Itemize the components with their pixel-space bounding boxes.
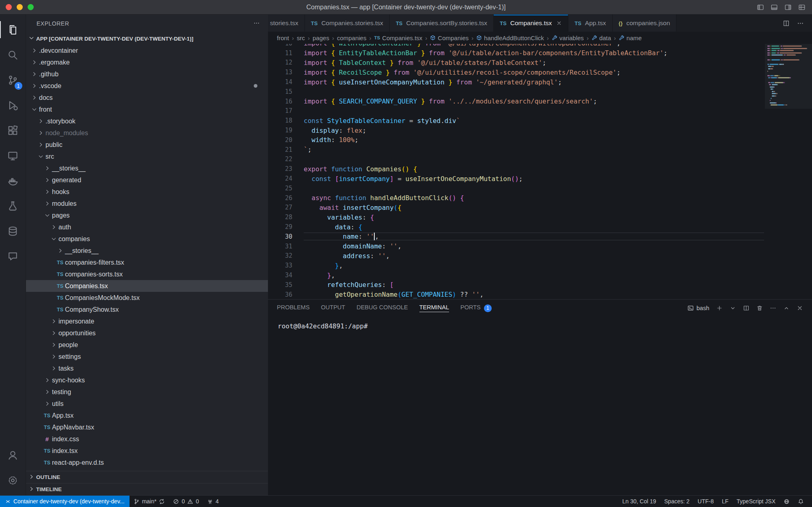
activity-comments[interactable] [0,244,26,269]
folder-.devcontainer[interactable]: .devcontainer [26,45,268,56]
code-line-20[interactable]: 20 width: 100%; [268,135,764,145]
folder-src[interactable]: src [26,151,268,162]
breadcrumb-item-handleAddButtonClick[interactable]: handleAddButtonClick [476,35,544,41]
line-number[interactable]: 12 [268,59,304,66]
code-line-15[interactable]: 15 [268,87,764,97]
line-number[interactable]: 24 [268,175,304,182]
breadcrumb-item-pages[interactable]: pages [313,35,329,41]
code-line-27[interactable]: 27 await insertCompany({ [268,203,764,213]
line-number[interactable]: 22 [268,155,304,163]
code-line-35[interactable]: 35 refetchQueries: [ [268,280,764,290]
line-number[interactable]: 16 [268,98,304,105]
tab-stories.tsx[interactable]: stories.tsx [268,15,305,32]
folder-companies[interactable]: companies [26,233,268,245]
activity-testing[interactable] [0,193,26,218]
line-number[interactable]: 32 [268,252,304,259]
folder-.github[interactable]: .github [26,68,268,80]
breadcrumb-item-front[interactable]: front [277,35,289,41]
outline-section[interactable]: OUTLINE [26,471,268,483]
code-line-12[interactable]: 12import { TableContext } from '@/ui/tab… [268,58,764,68]
status-remote[interactable]: Container dev-twenty-dev (dev-twenty-dev… [0,496,130,507]
breadcrumb-item-name[interactable]: name [619,35,642,41]
panel-tab-output[interactable]: OUTPUT [321,304,346,312]
tab-companies.json[interactable]: {}companies.json [613,15,677,32]
tab-Companies.sortBy.stories.tsx[interactable]: TSCompanies.sortBy.stories.tsx [390,15,494,32]
layout-custom-button[interactable] [798,4,806,11]
folder-auth[interactable]: auth [26,221,268,233]
chev-u-button[interactable] [783,305,790,311]
close-button[interactable] [797,305,803,311]
code-line-21[interactable]: 21`; [268,145,764,155]
code-line-18[interactable]: 18const StyledTableContainer = styled.di… [268,116,764,125]
code-line-16[interactable]: 16import { SEARCH_COMPANY_QUERY } from '… [268,97,764,106]
folder-testing[interactable]: testing [26,386,268,398]
line-number[interactable]: 28 [268,214,304,221]
file-AppNavbar.tsx[interactable]: TSAppNavbar.tsx [26,421,268,433]
breadcrumb-item-variables[interactable]: variables [552,35,584,41]
more-button[interactable] [797,20,804,27]
line-number[interactable]: 29 [268,223,304,231]
folder-hooks[interactable]: hooks [26,186,268,198]
file-Companies.tsx[interactable]: TSCompanies.tsx [26,280,268,292]
line-number[interactable]: 34 [268,272,304,279]
editor[interactable]: 10import { WithTopBarContainer } from '@… [268,44,812,299]
line-number[interactable]: 13 [268,69,304,76]
timeline-section[interactable]: TIMELINE [26,483,268,495]
folder-__stories__[interactable]: __stories__ [26,245,268,257]
panel-tab-debug-console[interactable]: DEBUG CONSOLE [356,304,408,312]
minimap[interactable] [765,44,812,299]
maximize-window-button[interactable] [28,4,34,10]
minimize-window-button[interactable] [17,4,23,10]
folder-.ergomake[interactable]: .ergomake [26,56,268,68]
file-CompaniesMockMode.tsx[interactable]: TSCompaniesMockMode.tsx [26,292,268,304]
activity-search[interactable] [0,42,26,67]
activity-account[interactable] [0,442,26,468]
breadcrumb-item-Companies.tsx[interactable]: TSCompanies.tsx [374,35,422,41]
workspace-section-header[interactable]: APP [CONTAINER DEV-TWENTY-DEV (DEV-TWENT… [26,32,268,45]
status-notifications[interactable] [794,496,808,507]
activity-settings[interactable] [0,468,26,493]
breadcrumb-item-companies[interactable]: companies [337,35,367,41]
code-line-23[interactable]: 23export function Companies() { [268,164,764,174]
folder-generated[interactable]: generated [26,174,268,186]
panel-tab-ports[interactable]: PORTS1 [460,304,492,312]
breadcrumb-item-src[interactable]: src [297,35,305,41]
code-line-33[interactable]: 33 }, [268,261,764,270]
plus-button[interactable] [716,305,723,311]
status-language-mode[interactable]: TypeScript JSX [732,496,780,507]
status-ports-forwarded[interactable]: 4 [203,496,223,507]
code-line-10[interactable]: 10import { WithTopBarContainer } from '@… [268,44,764,48]
code-line-13[interactable]: 13import { RecoilScope } from '@/ui/util… [268,67,764,77]
folder-settings[interactable]: settings [26,351,268,362]
folder-node_modules[interactable]: node_modules [26,127,268,139]
folder-tasks[interactable]: tasks [26,362,268,374]
code-line-32[interactable]: 32 address: '', [268,251,764,261]
code-line-31[interactable]: 31 domainName: '', [268,242,764,251]
tab-Companies.tsx[interactable]: TSCompanies.tsx [494,15,568,32]
status-problems[interactable]: 00 [169,496,203,507]
activity-database[interactable] [0,218,26,244]
layout-sidebar-button[interactable] [757,4,764,11]
line-number[interactable]: 31 [268,243,304,250]
line-number[interactable]: 11 [268,50,304,57]
line-number[interactable]: 17 [268,107,304,114]
folder-opportunities[interactable]: opportunities [26,327,268,339]
trash-button[interactable] [756,305,763,311]
tab-App.tsx[interactable]: TSApp.tsx [568,15,612,32]
line-number[interactable]: 10 [268,44,304,47]
activity-source-control[interactable]: 1 [0,67,26,93]
file-companies-sorts.tsx[interactable]: TScompanies-sorts.tsx [26,268,268,280]
status-branch[interactable]: main* [130,496,169,507]
line-number[interactable]: 35 [268,281,304,289]
folder-impersonate[interactable]: impersonate [26,315,268,327]
folder-docs[interactable]: docs [26,92,268,104]
folder-.storybook[interactable]: .storybook [26,115,268,127]
code-line-17[interactable]: 17 [268,106,764,116]
activity-docker[interactable] [0,168,26,193]
file-App.tsx[interactable]: TSApp.tsx [26,410,268,421]
file-index.tsx[interactable]: TSindex.tsx [26,445,268,457]
code-line-30[interactable]: 30 name: '', [268,232,764,242]
line-number[interactable]: 15 [268,88,304,95]
folder-people[interactable]: people [26,339,268,351]
line-number[interactable]: 30 [268,233,304,240]
